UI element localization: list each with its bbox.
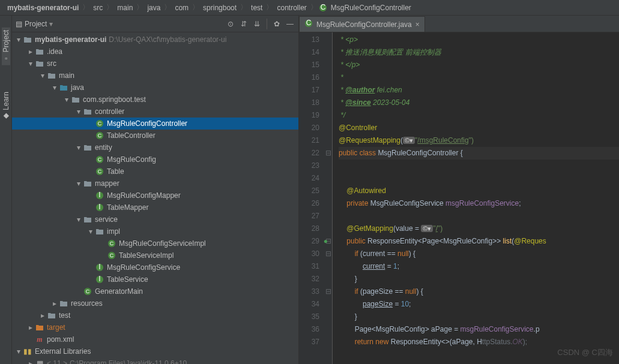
tree-mapper[interactable]: ▾mapper (12, 178, 298, 189)
tree-pom[interactable]: mpom.xml (12, 333, 298, 345)
learn-tool-tab[interactable]: ◆ Learn (2, 89, 10, 123)
dropdown-icon[interactable]: ▾ (49, 20, 53, 28)
class-icon: C (95, 119, 104, 128)
maven-icon: m (35, 335, 44, 344)
code-editor[interactable]: 13141516171819202122232425262728 29● 303… (299, 32, 619, 364)
tree-jdk[interactable]: ▸▦< 11 >C:\Program Files\Java\jdk-11.0.6… (12, 357, 298, 364)
libraries-icon: ▮▮ (23, 347, 32, 356)
class-icon: C (304, 19, 313, 29)
tree-resources[interactable]: ▸resources (12, 297, 298, 309)
svg-text:C: C (306, 19, 312, 27)
chevron-right-icon: 〉 (164, 2, 171, 13)
class-icon: C (107, 251, 116, 260)
editor-tab-label: MsgRuleConfigController.java (316, 20, 412, 29)
class-icon: C (95, 155, 104, 164)
tree-test-folder[interactable]: ▸test (12, 309, 298, 321)
tree-msgruleconfigservice[interactable]: IMsgRuleConfigService (12, 261, 298, 273)
crumb-root[interactable]: mybatis-generator-ui (5, 4, 81, 12)
package-icon (71, 95, 80, 104)
crumb-controller[interactable]: controller (274, 4, 309, 12)
tree-generatormain[interactable]: CGeneratorMain (12, 285, 298, 297)
hide-icon[interactable]: — (285, 19, 295, 29)
separator (267, 19, 267, 29)
tree-root[interactable]: ▾mybatis-generator-uiD:\User-QAX\cf\myba… (12, 34, 298, 46)
resources-folder-icon (59, 299, 68, 308)
code-body[interactable]: * <p> * 推送消息规则配置 前端控制器 * </p> * * @autho… (333, 32, 619, 364)
package-icon (83, 179, 92, 188)
tree-pkg[interactable]: ▾com.springboot.test (12, 94, 298, 106)
learn-icon: ◆ (2, 112, 10, 121)
fold-column: ⊟ ⊟ ⊟ ⊟ (324, 32, 333, 364)
folder-icon (35, 47, 44, 56)
project-panel-title[interactable]: Project (25, 20, 47, 28)
tree-tablemapper[interactable]: ITableMapper (12, 201, 298, 213)
tree-tablecontroller[interactable]: CTableController (12, 130, 298, 142)
project-tree[interactable]: ▾mybatis-generator-uiD:\User-QAX\cf\myba… (12, 32, 298, 364)
interface-icon: I (95, 263, 104, 272)
editor-tab[interactable]: C MsgRuleConfigController.java × (299, 16, 425, 32)
crumb-class[interactable]: MsgRuleConfigController (328, 4, 414, 12)
crumb-springboot[interactable]: springboot (201, 4, 239, 12)
breadcrumb: mybatis-generator-ui 〉 src 〉 main 〉 java… (0, 0, 619, 16)
package-icon (83, 143, 92, 152)
spring-mapping-icon: ©▾ (421, 225, 433, 232)
svg-text:I: I (98, 275, 100, 283)
folder-icon (47, 311, 56, 320)
interface-icon: I (95, 275, 104, 284)
tree-java[interactable]: ▾java (12, 82, 298, 94)
package-icon (95, 227, 104, 236)
crumb-test[interactable]: test (249, 4, 265, 12)
tree-msgruleconfigmapper[interactable]: IMsgRuleConfigMapper (12, 189, 298, 201)
fold-toggle-icon[interactable]: ⊟ (324, 248, 332, 260)
folder-icon (35, 59, 44, 68)
interface-icon: I (95, 203, 104, 212)
tree-service[interactable]: ▾service (12, 213, 298, 225)
tree-idea[interactable]: ▸.idea (12, 46, 298, 58)
folder-icon (47, 71, 56, 80)
chevron-right-icon: 〉 (240, 2, 247, 13)
run-gutter-icon[interactable]: ● (315, 235, 328, 248)
tree-main[interactable]: ▾main (12, 70, 298, 82)
crumb-java[interactable]: java (145, 4, 163, 12)
collapse-all-icon[interactable]: ⇊ (252, 19, 262, 29)
tree-tableservice[interactable]: ITableService (12, 273, 298, 285)
tree-controller[interactable]: ▾controller (12, 106, 298, 118)
package-icon (83, 107, 92, 116)
project-panel: ▤ Project ▾ ⊙ ⇵ ⇊ ✿ — ▾mybatis-generator… (12, 16, 299, 364)
class-icon: C (319, 4, 327, 12)
folder-icon (23, 35, 32, 44)
crumb-src[interactable]: src (91, 4, 105, 12)
svg-text:C: C (98, 157, 102, 163)
project-view-icon: ▤ (16, 20, 22, 28)
project-tool-tab[interactable]: ▫ Project (2, 28, 10, 65)
fold-toggle-icon[interactable]: ⊟ (324, 285, 332, 298)
svg-text:C: C (86, 288, 90, 294)
svg-text:C: C (98, 133, 102, 139)
chevron-right-icon: 〉 (106, 2, 113, 13)
interface-icon: I (95, 191, 104, 200)
source-folder-icon (59, 83, 68, 92)
expand-all-icon[interactable]: ⇵ (239, 19, 249, 29)
tree-entity[interactable]: ▾entity (12, 142, 298, 154)
class-icon: C (83, 287, 92, 296)
gear-icon[interactable]: ✿ (272, 19, 282, 29)
tree-msgruleconfigcontroller[interactable]: CMsgRuleConfigController (12, 118, 298, 130)
close-icon[interactable]: × (415, 20, 420, 29)
tree-msgruleconfigserviceimpl[interactable]: CMsgRuleConfigServiceImpl (12, 237, 298, 249)
tree-target[interactable]: ▸target (12, 321, 298, 333)
tree-src[interactable]: ▾src (12, 58, 298, 70)
square-icon: ▫ (2, 55, 10, 63)
tree-impl[interactable]: ▾impl (12, 225, 298, 237)
editor-area: C MsgRuleConfigController.java × 1314151… (299, 16, 619, 364)
tree-external-libraries[interactable]: ▾▮▮External Libraries (12, 345, 298, 357)
tree-table[interactable]: CTable (12, 166, 298, 178)
jdk-icon: ▦ (35, 359, 44, 364)
editor-tab-bar: C MsgRuleConfigController.java × (299, 16, 619, 32)
target-folder-icon (35, 323, 44, 332)
fold-toggle-icon[interactable]: ⊟ (324, 147, 332, 160)
tree-msgruleconfig[interactable]: CMsgRuleConfig (12, 154, 298, 166)
select-opened-file-icon[interactable]: ⊙ (226, 19, 235, 29)
tree-tableserviceimpl[interactable]: CTableServiceImpl (12, 249, 298, 261)
crumb-main[interactable]: main (115, 4, 135, 12)
crumb-com[interactable]: com (172, 4, 191, 12)
